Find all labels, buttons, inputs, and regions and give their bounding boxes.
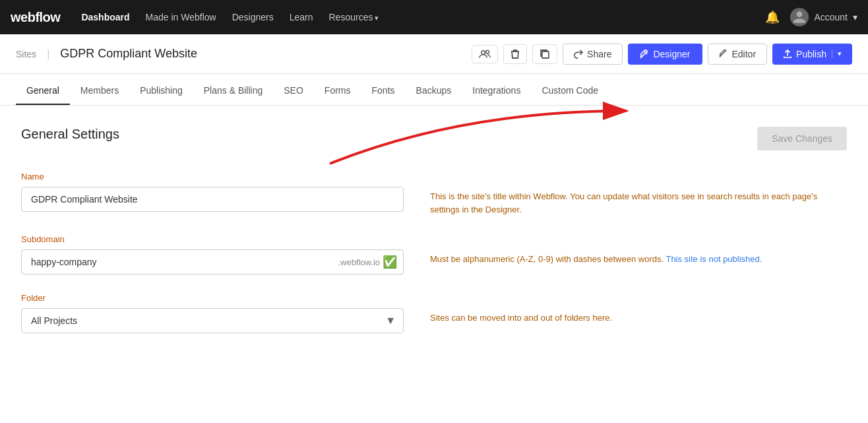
account-label: Account <box>814 12 848 22</box>
nav-resources[interactable]: Resources <box>329 12 379 22</box>
subnav-actions: Share Designer Editor Publish ▾ <box>472 44 852 65</box>
name-hint-col: This is the site's title within Webflow.… <box>430 172 847 216</box>
folder-label: Folder <box>21 293 404 303</box>
breadcrumb-divider: | <box>47 48 49 60</box>
tab-backups[interactable]: Backups <box>406 77 462 105</box>
trash-icon-button[interactable] <box>503 44 527 64</box>
subdomain-hint-part1: Must be alphanumeric (A-Z, 0-9) with das… <box>430 254 664 264</box>
share-label: Share <box>587 49 611 59</box>
nav-designers[interactable]: Designers <box>232 12 274 22</box>
tab-seo[interactable]: SEO <box>273 77 314 105</box>
top-nav-right: 🔔 Account ▾ <box>765 8 857 26</box>
nav-dashboard[interactable]: Dashboard <box>81 12 129 22</box>
tab-publishing[interactable]: Publishing <box>129 77 193 105</box>
folder-select[interactable]: All Projects Marketing Client Sites <box>21 308 404 333</box>
sub-navigation: Sites | GDPR Compliant Website <box>0 34 868 74</box>
subdomain-label: Subdomain <box>21 234 404 244</box>
nav-learn[interactable]: Learn <box>290 12 313 22</box>
subdomain-form-row: Subdomain .webflow.io ✅ Must be alphanum… <box>21 234 847 275</box>
editor-button[interactable]: Editor <box>708 44 768 65</box>
name-field-col: Name <box>21 172 404 216</box>
clone-icon-button[interactable] <box>532 44 557 64</box>
publish-label: Publish <box>796 49 826 59</box>
designer-label: Designer <box>653 49 690 59</box>
tab-plans-billing[interactable]: Plans & Billing <box>193 77 274 105</box>
subdomain-hint-text: Must be alphanumeric (A-Z, 0-9) with das… <box>430 253 847 266</box>
designer-button[interactable]: Designer <box>628 44 702 65</box>
subdomain-hint-col: Must be alphanumeric (A-Z, 0-9) with das… <box>430 234 847 275</box>
tab-integrations[interactable]: Integrations <box>462 77 531 105</box>
svg-rect-2 <box>542 51 549 58</box>
users-icon-button[interactable] <box>472 45 498 63</box>
name-label: Name <box>21 172 404 181</box>
notification-bell-icon[interactable]: 🔔 <box>765 10 780 24</box>
account-menu[interactable]: Account ▾ <box>790 8 857 26</box>
nav-made-in-webflow[interactable]: Made in Webflow <box>146 12 216 22</box>
subdomain-check-icon: ✅ <box>383 255 397 269</box>
folder-form-row: Folder All Projects Marketing Client Sit… <box>21 293 847 333</box>
subdomain-hint-part2: This site is not published. <box>666 254 762 264</box>
name-hint-text: This is the site's title within Webflow.… <box>430 190 847 216</box>
section-title: General Settings <box>21 127 119 142</box>
top-navigation: webflow Dashboard Made in Webflow Design… <box>0 0 868 34</box>
tab-custom-code[interactable]: Custom Code <box>531 77 609 105</box>
webflow-logo[interactable]: webflow <box>11 10 60 25</box>
tab-forms[interactable]: Forms <box>314 77 361 105</box>
tab-members[interactable]: Members <box>70 77 129 105</box>
save-changes-button[interactable]: Save Changes <box>757 127 847 150</box>
subdomain-field-col: Subdomain .webflow.io ✅ <box>21 234 404 275</box>
subdomain-suffix: .webflow.io <box>338 257 380 267</box>
subdomain-input-wrapper: .webflow.io ✅ <box>21 249 404 275</box>
name-input[interactable] <box>21 187 404 212</box>
name-form-row: Name This is the site's title within Web… <box>21 172 847 216</box>
share-button[interactable]: Share <box>563 44 623 65</box>
tab-general[interactable]: General <box>16 77 70 105</box>
account-arrow-icon: ▾ <box>853 12 857 22</box>
site-name-label: GDPR Compliant Website <box>60 47 197 61</box>
folder-select-wrapper: All Projects Marketing Client Sites ▼ <box>21 308 404 333</box>
avatar <box>790 8 809 26</box>
tabs-bar: General Members Publishing Plans & Billi… <box>0 74 868 106</box>
tab-fonts[interactable]: Fonts <box>361 77 406 105</box>
folder-hint-text: Sites can be moved into and out of folde… <box>430 311 847 325</box>
content-header: General Settings Save Changes <box>21 127 847 150</box>
folder-hint-col: Sites can be moved into and out of folde… <box>430 293 847 333</box>
sites-breadcrumb[interactable]: Sites <box>16 49 36 59</box>
svg-point-0 <box>481 50 485 54</box>
main-content: General Settings Save Changes Name This … <box>0 106 868 423</box>
publish-button[interactable]: Publish ▾ <box>772 44 852 65</box>
editor-label: Editor <box>732 49 757 59</box>
svg-point-1 <box>486 50 489 53</box>
folder-field-col: Folder All Projects Marketing Client Sit… <box>21 293 404 333</box>
publish-arrow-icon: ▾ <box>832 49 842 58</box>
